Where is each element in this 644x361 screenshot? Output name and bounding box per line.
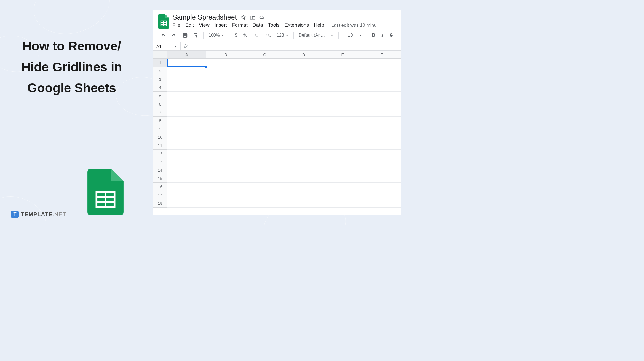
row-header[interactable]: 6 — [153, 100, 167, 108]
cell[interactable] — [284, 100, 323, 108]
cell[interactable] — [167, 199, 206, 208]
cell[interactable] — [167, 59, 206, 67]
cell[interactable] — [323, 199, 362, 208]
cell[interactable] — [206, 83, 245, 92]
row-header[interactable]: 3 — [153, 75, 167, 83]
cell[interactable] — [245, 133, 284, 141]
cell[interactable] — [167, 92, 206, 100]
cell[interactable] — [284, 166, 323, 174]
cell[interactable] — [362, 125, 401, 133]
zoom-dropdown[interactable]: 100% ▼ — [206, 32, 226, 39]
cell[interactable] — [284, 133, 323, 141]
cell[interactable] — [245, 92, 284, 100]
italic-button[interactable]: I — [378, 31, 386, 39]
print-button[interactable] — [180, 31, 190, 39]
cell[interactable] — [245, 117, 284, 125]
cell[interactable] — [284, 83, 323, 92]
cell[interactable] — [206, 67, 245, 75]
cell[interactable] — [362, 92, 401, 100]
cell[interactable] — [284, 158, 323, 166]
name-box[interactable]: A1 ▼ — [153, 42, 181, 50]
cell[interactable] — [323, 133, 362, 141]
cloud-status-icon[interactable] — [259, 15, 265, 20]
column-header[interactable]: A — [167, 51, 206, 58]
column-header[interactable]: D — [284, 51, 323, 58]
cell[interactable] — [206, 108, 245, 117]
cell[interactable] — [167, 166, 206, 174]
menu-data[interactable]: Data — [253, 22, 263, 28]
cell[interactable] — [245, 67, 284, 75]
menu-tools[interactable]: Tools — [268, 22, 280, 28]
paint-format-button[interactable] — [191, 31, 201, 39]
column-header[interactable]: E — [323, 51, 362, 58]
cell[interactable] — [206, 117, 245, 125]
cell[interactable] — [167, 191, 206, 199]
cell[interactable] — [167, 108, 206, 117]
cell[interactable] — [245, 174, 284, 183]
cell[interactable] — [245, 83, 284, 92]
cell[interactable] — [284, 117, 323, 125]
cell[interactable] — [245, 108, 284, 117]
row-header[interactable]: 9 — [153, 125, 167, 133]
cell[interactable] — [167, 133, 206, 141]
select-all-corner[interactable] — [153, 51, 167, 58]
row-header[interactable]: 17 — [153, 191, 167, 199]
cell[interactable] — [167, 75, 206, 83]
cell[interactable] — [323, 59, 362, 67]
cell[interactable] — [362, 158, 401, 166]
cell[interactable] — [362, 141, 401, 150]
cell[interactable] — [284, 183, 323, 191]
cell[interactable] — [323, 141, 362, 150]
cell[interactable] — [206, 92, 245, 100]
cell[interactable] — [362, 75, 401, 83]
strikethrough-button[interactable]: S — [387, 31, 395, 39]
menu-file[interactable]: File — [172, 22, 180, 28]
decrease-decimal-button[interactable]: .0← — [250, 31, 260, 39]
cell[interactable] — [167, 174, 206, 183]
cell[interactable] — [284, 141, 323, 150]
cell[interactable] — [167, 100, 206, 108]
cell[interactable] — [323, 150, 362, 158]
cell[interactable] — [245, 100, 284, 108]
cell[interactable] — [245, 125, 284, 133]
cell[interactable] — [323, 83, 362, 92]
cell[interactable] — [206, 150, 245, 158]
cell[interactable] — [362, 67, 401, 75]
cell[interactable] — [206, 75, 245, 83]
increase-decimal-button[interactable]: .00→ — [261, 31, 273, 39]
cell[interactable] — [245, 75, 284, 83]
cell[interactable] — [167, 183, 206, 191]
cell[interactable] — [245, 191, 284, 199]
last-edit-link[interactable]: Last edit was 10 minu — [331, 23, 376, 28]
row-header[interactable]: 4 — [153, 83, 167, 92]
cell[interactable] — [284, 150, 323, 158]
cell[interactable] — [284, 174, 323, 183]
cell[interactable] — [206, 174, 245, 183]
cell[interactable] — [323, 158, 362, 166]
row-header[interactable]: 5 — [153, 92, 167, 100]
cell[interactable] — [245, 199, 284, 208]
cell[interactable] — [245, 166, 284, 174]
bold-button[interactable]: B — [370, 31, 377, 39]
currency-button[interactable]: $ — [232, 31, 240, 39]
cell[interactable] — [284, 67, 323, 75]
cell[interactable] — [362, 83, 401, 92]
undo-button[interactable] — [158, 31, 168, 39]
cell[interactable] — [245, 183, 284, 191]
cell[interactable] — [362, 150, 401, 158]
font-size-dropdown[interactable]: 10 ▼ — [341, 32, 364, 39]
cell[interactable] — [284, 191, 323, 199]
row-header[interactable]: 1 — [153, 59, 167, 67]
menu-insert[interactable]: Insert — [215, 22, 227, 28]
row-header[interactable]: 8 — [153, 117, 167, 125]
cell[interactable] — [206, 133, 245, 141]
row-header[interactable]: 15 — [153, 174, 167, 183]
cell[interactable] — [362, 100, 401, 108]
cell[interactable] — [323, 75, 362, 83]
cell[interactable] — [206, 141, 245, 150]
cell[interactable] — [245, 158, 284, 166]
cell[interactable] — [362, 183, 401, 191]
row-header[interactable]: 12 — [153, 150, 167, 158]
cell[interactable] — [284, 125, 323, 133]
menu-help[interactable]: Help — [314, 22, 324, 28]
